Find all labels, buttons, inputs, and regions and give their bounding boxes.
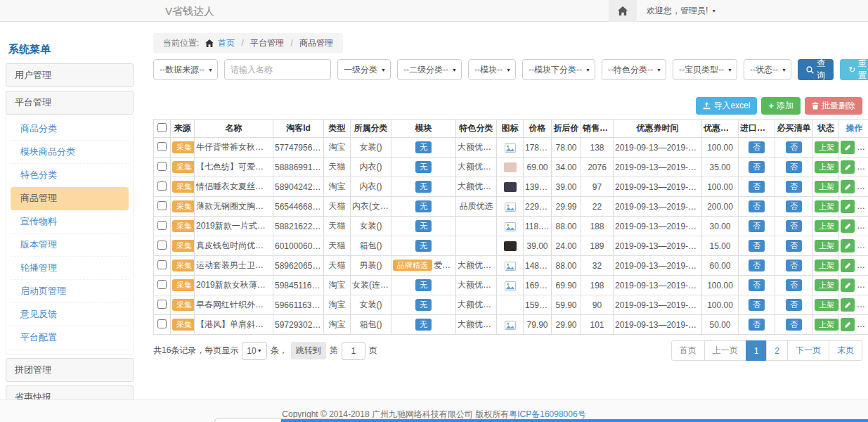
row-checkbox[interactable] (157, 142, 167, 151)
toggle-no-badge[interactable]: 否 (786, 200, 802, 212)
status-badge[interactable]: 上架 (815, 299, 838, 310)
toggle-no-badge[interactable]: 否 (786, 279, 802, 290)
search-input[interactable] (224, 59, 331, 80)
cell-status: 上架 (813, 158, 839, 177)
row-checkbox[interactable] (157, 201, 167, 210)
page-button-2[interactable]: 2 (766, 340, 788, 361)
status-badge[interactable]: 上架 (815, 141, 838, 153)
cell-type: 天猫 (324, 217, 351, 236)
breadcrumb-home-link[interactable]: 首页 (218, 38, 235, 48)
sidebar-item-商品管理[interactable]: 商品管理 (11, 187, 129, 210)
edit-button[interactable] (841, 180, 855, 193)
toggle-no-badge[interactable]: 否 (786, 319, 802, 330)
sidebar-item-平台配置[interactable]: 平台配置 (11, 326, 129, 350)
edit-button[interactable] (841, 259, 855, 272)
sidebar-section-平台管理[interactable]: 平台管理 (6, 91, 134, 115)
sidebar-item-商品分类[interactable]: 商品分类 (11, 117, 129, 141)
per-page-select[interactable]: 10 ▼ (242, 342, 266, 360)
toggle-no-badge[interactable]: 否 (749, 161, 765, 172)
add-button[interactable]: + 添加 (761, 97, 801, 115)
sidebar-item-意见反馈[interactable]: 意见反馈 (11, 303, 129, 326)
page-button-下一页[interactable]: 下一页 (787, 340, 829, 361)
column-header-checkbox[interactable] (154, 120, 171, 138)
page-number-input[interactable] (342, 342, 365, 360)
toggle-no-badge[interactable]: 否 (786, 240, 802, 251)
sidebar-section-拼团管理[interactable]: 拼团管理 (6, 358, 134, 382)
row-checkbox[interactable] (157, 319, 167, 328)
status-badge[interactable]: 上架 (815, 319, 838, 330)
sidebar-section-用户管理[interactable]: 用户管理 (6, 63, 134, 87)
page-button-首页[interactable]: 首页 (671, 340, 705, 361)
row-checkbox[interactable] (157, 241, 167, 250)
filter-select-宝贝类型[interactable]: --宝贝类型--▼ (673, 59, 737, 80)
select-all-checkbox[interactable] (157, 123, 167, 132)
row-checkbox[interactable] (157, 181, 167, 191)
sidebar-item-版本管理[interactable]: 版本管理 (11, 234, 129, 257)
row-checkbox[interactable] (157, 280, 167, 289)
row-checkbox[interactable] (157, 221, 167, 230)
page-button-末页[interactable]: 末页 (829, 340, 862, 361)
filter-select-一级分类[interactable]: 一级分类▼ (337, 59, 391, 80)
filter-select-状态[interactable]: --状态--▼ (744, 59, 791, 80)
cell-price: 148.00 (524, 256, 552, 276)
status-badge[interactable]: 上架 (815, 260, 838, 271)
query-button[interactable]: 查询 (798, 59, 834, 80)
toggle-no-badge[interactable]: 否 (786, 299, 802, 310)
filter-data-source-select[interactable]: --数据来源-- ▼ (153, 59, 218, 80)
status-badge[interactable]: 上架 (815, 181, 838, 192)
cell-source: 采集 (171, 158, 195, 177)
home-button[interactable] (609, 0, 637, 22)
page-button-上一页[interactable]: 上一页 (704, 340, 746, 361)
toggle-no-badge[interactable]: 否 (749, 260, 765, 271)
toggle-no-badge[interactable]: 否 (786, 141, 802, 153)
page-button-1[interactable]: 1 (746, 340, 767, 361)
edit-button[interactable] (841, 279, 855, 292)
toggle-no-badge[interactable]: 否 (749, 299, 765, 310)
status-badge[interactable]: 上架 (815, 279, 838, 290)
toggle-no-badge[interactable]: 否 (749, 200, 765, 212)
sidebar-item-宣传物料[interactable]: 宣传物料 (11, 210, 129, 234)
toggle-no-badge[interactable]: 否 (749, 319, 765, 330)
toggle-no-badge[interactable]: 否 (749, 220, 765, 231)
row-checkbox[interactable] (157, 260, 167, 269)
edit-button[interactable] (841, 219, 855, 233)
sidebar-item-模块商品分类[interactable]: 模块商品分类 (11, 141, 129, 164)
edit-button[interactable] (841, 318, 855, 331)
filter-select-模块下分类[interactable]: --模块下分类--▼ (522, 59, 595, 80)
edit-button[interactable] (841, 160, 855, 174)
status-badge[interactable]: 上架 (815, 240, 838, 251)
row-checkbox[interactable] (157, 162, 167, 171)
row-checkbox[interactable] (157, 300, 167, 309)
edit-button[interactable] (841, 298, 855, 312)
status-badge[interactable]: 上架 (815, 200, 838, 212)
toggle-no-badge[interactable]: 否 (786, 260, 802, 271)
sidebar-item-特色分类[interactable]: 特色分类 (11, 164, 129, 187)
action-toolbar: 导入excel + 添加 批量删除 (153, 97, 862, 115)
filter-select-模块[interactable]: --模块--▼ (468, 59, 516, 80)
sidebar-item-启动页管理[interactable]: 启动页管理 (11, 280, 129, 303)
sidebar-item-轮播管理[interactable]: 轮播管理 (11, 257, 129, 280)
toggle-no-badge[interactable]: 否 (786, 161, 802, 172)
jump-button[interactable]: 跳转到 (291, 342, 326, 359)
icp-link[interactable]: 粤ICP备16098006号 (509, 409, 585, 419)
edit-button[interactable] (841, 239, 855, 252)
cell-type: 天猫 (324, 236, 351, 256)
toggle-no-badge[interactable]: 否 (749, 279, 765, 290)
status-badge[interactable]: 上架 (815, 220, 838, 231)
edit-button[interactable] (841, 200, 855, 213)
toggle-no-badge[interactable]: 否 (749, 181, 765, 192)
batch-delete-button[interactable]: 批量删除 (805, 97, 862, 115)
reset-button[interactable]: ↻ 重置 (840, 59, 868, 80)
toggle-no-badge[interactable]: 否 (786, 220, 802, 231)
sidebar-section-省惠快报[interactable]: 省惠快报 (6, 385, 134, 399)
filter-select-特色分类[interactable]: --特色分类--▼ (602, 59, 666, 80)
cell-must_buy: 否 (775, 158, 813, 177)
toggle-no-badge[interactable]: 否 (749, 240, 765, 251)
toggle-no-badge[interactable]: 否 (786, 181, 802, 192)
user-menu[interactable]: 欢迎您，管理员! ▼ (647, 5, 716, 17)
import-excel-button[interactable]: 导入excel (696, 97, 757, 115)
toggle-no-badge[interactable]: 否 (749, 141, 765, 153)
status-badge[interactable]: 上架 (815, 161, 838, 172)
edit-button[interactable] (841, 141, 855, 154)
filter-select-二级分类[interactable]: --二级分类--▼ (397, 59, 462, 80)
